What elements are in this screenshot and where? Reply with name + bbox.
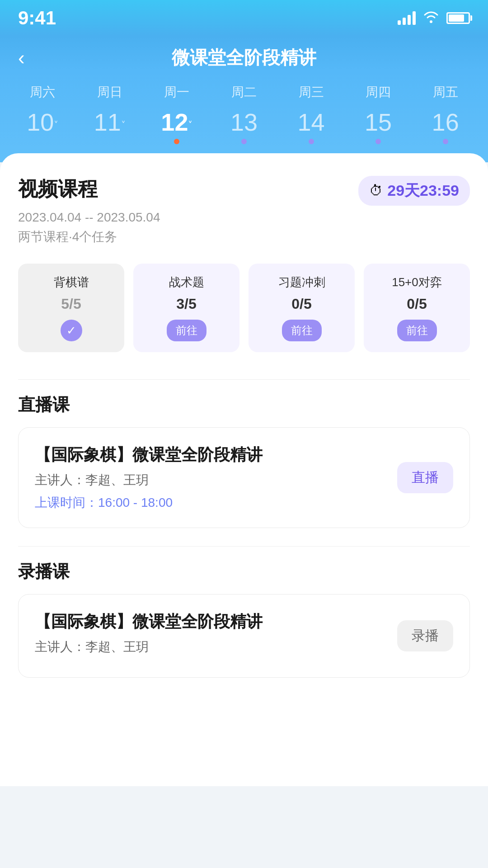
date-dot <box>443 139 448 144</box>
section-info: 两节课程·4个任务 <box>18 228 470 245</box>
task-cards: 背棋谱 5/5 战术题 3/5 前往 习题冲刺 0/5 前往 15+0对弈 0/… <box>18 264 470 352</box>
live-course-info: 【国际象棋】微课堂全阶段精讲 主讲人：李超、王玥 上课时间：16:00 - 18… <box>35 444 388 511</box>
task-name-3: 15+0对弈 <box>371 274 463 290</box>
week-dates: 10˅ 11˅ 12˅ 13 14 15 16 <box>9 108 479 144</box>
day-tue: 周二 <box>215 84 273 101</box>
live-course-title: 【国际象棋】微课堂全阶段精讲 <box>35 444 388 466</box>
date-11[interactable]: 11˅ <box>80 108 139 144</box>
record-course-card[interactable]: 【国际象棋】微课堂全阶段精讲 主讲人：李超、王玥 录播 <box>18 594 470 678</box>
live-section-title: 直播课 <box>18 393 470 416</box>
status-icons <box>398 10 470 27</box>
task-name-2: 习题冲刺 <box>256 274 347 290</box>
date-10[interactable]: 10˅ <box>13 108 72 144</box>
date-dot <box>40 139 45 144</box>
record-course-teacher: 主讲人：李超、王玥 <box>35 638 388 656</box>
divider-live <box>18 379 470 380</box>
date-dot-active <box>174 139 179 144</box>
date-12[interactable]: 12˅ <box>147 108 206 144</box>
task-name-0: 背棋谱 <box>25 274 117 290</box>
back-button[interactable]: ‹ <box>18 47 25 69</box>
day-sun: 周日 <box>80 84 139 101</box>
task-name-1: 战术题 <box>141 274 232 290</box>
day-sat: 周六 <box>13 84 72 101</box>
record-button[interactable]: 录播 <box>397 620 453 651</box>
task-progress-1: 3/5 <box>141 296 232 312</box>
date-dot <box>107 139 113 144</box>
divider-record <box>18 546 470 547</box>
task-action-2[interactable]: 前往 <box>282 320 322 341</box>
task-card-3[interactable]: 15+0对弈 0/5 前往 <box>364 264 470 352</box>
chevron-down-icon: ˅ <box>188 119 192 130</box>
timer-badge: ⏱ 29天23:59 <box>358 176 470 206</box>
battery-icon <box>446 12 470 24</box>
record-course-info: 【国际象棋】微课堂全阶段精讲 主讲人：李超、王玥 <box>35 611 388 661</box>
day-fri: 周五 <box>416 84 475 101</box>
chevron-down-icon: ˅ <box>54 119 58 130</box>
day-wed: 周三 <box>282 84 341 101</box>
page-title: 微课堂全阶段精讲 <box>172 45 316 70</box>
video-section-title: 视频课程 <box>18 176 98 203</box>
task-card-2[interactable]: 习题冲刺 0/5 前往 <box>249 264 355 352</box>
date-dot <box>309 139 314 144</box>
week-day-labels: 周六 周日 周一 周二 周三 周四 周五 <box>9 84 479 101</box>
header: ‹ 微课堂全阶段精讲 <box>0 36 488 70</box>
task-progress-3: 0/5 <box>371 296 463 312</box>
main-content: 视频课程 ⏱ 29天23:59 2023.04.04 -- 2023.05.04… <box>0 153 488 786</box>
status-bar: 9:41 <box>0 0 488 36</box>
task-action-3[interactable]: 前往 <box>397 320 437 341</box>
date-14[interactable]: 14 <box>282 108 341 144</box>
task-card-0[interactable]: 背棋谱 5/5 <box>18 264 124 352</box>
timer-icon: ⏱ <box>369 183 383 198</box>
date-16[interactable]: 16 <box>416 108 475 144</box>
task-check-icon <box>61 320 82 341</box>
day-mon: 周一 <box>147 84 206 101</box>
section-date: 2023.04.04 -- 2023.05.04 <box>18 210 470 225</box>
record-section-title: 录播课 <box>18 560 470 583</box>
date-dot <box>241 139 247 144</box>
status-time: 9:41 <box>18 7 56 29</box>
signal-icon <box>398 11 416 25</box>
wifi-icon <box>423 10 439 27</box>
week-calendar: 周六 周日 周一 周二 周三 周四 周五 10˅ 11˅ 12˅ 13 14 <box>0 70 488 162</box>
live-course-teacher: 主讲人：李超、王玥 <box>35 472 388 489</box>
day-thu: 周四 <box>349 84 408 101</box>
timer-text: 29天23:59 <box>387 180 459 201</box>
chevron-down-icon: ˅ <box>121 119 126 130</box>
video-section-header: 视频课程 ⏱ 29天23:59 <box>18 176 470 206</box>
date-15[interactable]: 15 <box>349 108 408 144</box>
live-button[interactable]: 直播 <box>397 462 453 493</box>
task-progress-2: 0/5 <box>256 296 347 312</box>
task-action-1[interactable]: 前往 <box>167 320 206 341</box>
live-course-card[interactable]: 【国际象棋】微课堂全阶段精讲 主讲人：李超、王玥 上课时间：16:00 - 18… <box>18 427 470 528</box>
task-card-1[interactable]: 战术题 3/5 前往 <box>133 264 239 352</box>
record-course-title: 【国际象棋】微课堂全阶段精讲 <box>35 611 388 633</box>
date-13[interactable]: 13 <box>215 108 273 144</box>
date-dot <box>375 139 381 144</box>
live-course-time: 上课时间：16:00 - 18:00 <box>35 494 388 511</box>
task-progress-0: 5/5 <box>25 296 117 312</box>
